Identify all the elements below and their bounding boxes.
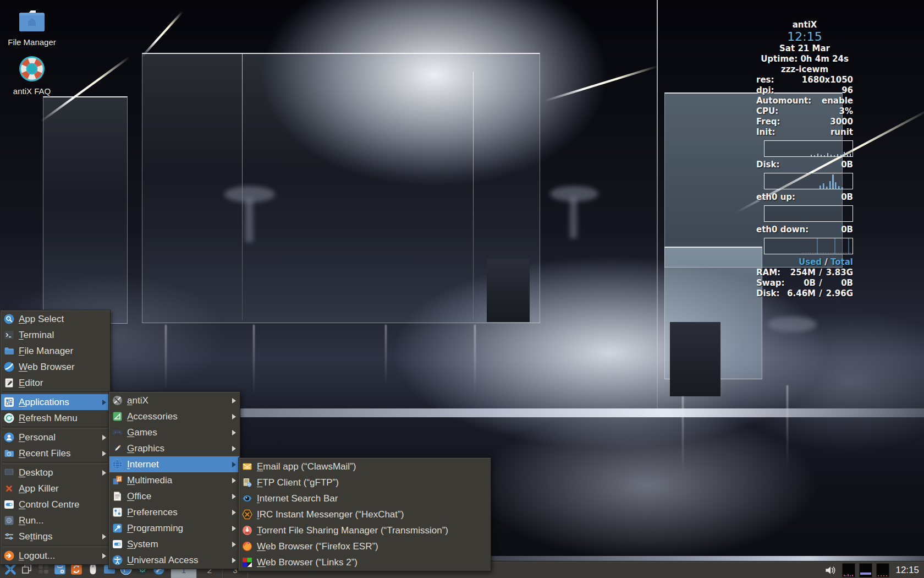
desktop-icon-file-manager[interactable]: File Manager [7,9,57,47]
menu-item-web-browser-firefox-esr[interactable]: Web Browser (“Firefox ESR”) [239,538,490,554]
desktop-monitor-icon [4,467,14,478]
submenu-arrow-icon [102,451,106,456]
menu-item-antix[interactable]: antiX [109,392,239,408]
wallpaper-stool [245,198,253,242]
system-toggle-icon [112,539,123,549]
submenu-arrow-icon [232,510,236,515]
menu-item-terminal[interactable]: Terminal [1,327,109,343]
file-manager-folder-icon [18,9,46,35]
graphics-icon [112,443,123,454]
windows-icon [20,563,34,577]
menu-item-office[interactable]: Office [109,488,239,504]
conky-wm: zzz-icewm [756,64,853,75]
wallpaper-reflection [385,325,387,385]
wallpaper-pedestal [670,322,721,396]
file-manager-icon [4,346,14,356]
disk-io-graph [764,173,853,189]
menu-item-universal-access[interactable]: Universal Access [109,552,239,568]
menu-icon [4,563,17,577]
package-icon [53,563,67,577]
conky-usage-row-swap: Swap:0B/0B [756,278,853,288]
ftp-gftp-icon [242,477,252,488]
eth0-up-graph [764,205,853,222]
desktop-icon-label: antiX FAQ [13,86,51,96]
wallpaper-divider [657,0,658,410]
editor-icon [4,378,14,388]
universal-access-icon [112,555,123,565]
menu-separator [2,545,108,547]
mouse-icon [86,563,100,577]
menu-item-irc-instant-messenger-hexchat[interactable]: IRC Instant Messenger (“HexChat”) [239,506,490,522]
wallpaper-glass-panel [142,53,540,323]
menu-item-accessories[interactable]: Accessories [109,408,239,424]
conky-eth0-up-row: eth0 up:0B [756,192,853,203]
desktop: File Manager antiX FAQ antiX 12:15 Sat 2… [0,0,924,578]
terminal-icon [4,330,14,340]
conky-system-monitor: antiX 12:15 Sat 21 Mar Uptime: 0h 4m 24s… [756,20,853,299]
internet-submenu: Email app (“ClawsMail”) FTP Client (“gFT… [238,457,491,571]
cpu-history-graph [764,140,853,157]
preferences-icon [112,507,123,517]
personal-icon [4,432,14,443]
conky-clock: 12:15 [756,30,853,43]
menu-item-refresh-menu[interactable]: Refresh Menu [1,410,109,426]
conky-stat-row-freq: Freq:3000 [756,117,853,127]
wallpaper-stool [767,317,817,332]
menu-item-logout[interactable]: Logout... [1,548,109,564]
search-eye-icon [242,493,252,504]
conky-date: Sat 21 Mar [756,43,853,54]
desktop-icon-antix-faq[interactable]: antiX FAQ [7,56,57,96]
conky-stats: res:1680x1050dpi:96Automount:enableCPU:3… [756,75,853,138]
volume-icon[interactable] [824,565,838,576]
menu-item-settings[interactable]: Settings [1,528,109,544]
conky-usage-header: Used / Total [756,257,853,268]
menu-item-torrent-file-sharing-manager-transmission[interactable]: Torrent File Sharing Manager (“Transmiss… [239,522,490,538]
wallpaper-pedestal [487,259,530,322]
menu-item-graphics[interactable]: Graphics [109,440,239,456]
wallpaper-reflection [787,385,788,468]
menu-item-preferences[interactable]: Preferences [109,504,239,520]
menu-item-games[interactable]: Games [109,424,239,440]
eth0-down-graph [764,238,853,254]
submenu-arrow-icon [102,400,106,405]
menu-item-web-browser-links-2[interactable]: Web Browser (“Links 2”) [239,554,490,570]
irc-hexchat-icon [242,509,252,520]
menu-item-app-killer[interactable]: App Killer [1,481,109,497]
menu-item-editor[interactable]: Editor [1,375,109,391]
submenu-arrow-icon [232,494,236,499]
app-killer-icon [4,483,14,494]
menu-item-control-centre[interactable]: Control Centre [1,497,109,512]
menu-item-applications[interactable]: Applications [1,394,109,410]
menu-item-system[interactable]: System [109,536,239,552]
menu-item-programming[interactable]: Programming [109,520,239,536]
conky-usage-row-ram: RAM:254M/3.83G [756,268,853,278]
menu-item-personal[interactable]: Personal [1,429,109,445]
conky-disk-row: Disk:0B [756,160,853,170]
menu-item-multimedia[interactable]: Multimedia [109,472,239,488]
menu-item-internet-search-bar[interactable]: Internet Search Bar [239,490,490,506]
menu-item-file-manager[interactable]: File Manager [1,343,109,359]
conky-stat-row-init: Init:runit [756,127,853,138]
submenu-arrow-icon [232,542,236,547]
wallpaper-glass-panel [43,96,128,324]
network-monitor-applet [876,563,889,577]
menu-item-run[interactable]: Run... [1,512,109,528]
menu-item-recent-files[interactable]: Recent Files [1,445,109,461]
submenu-arrow-icon [232,478,236,483]
conky-uptime: Uptime: 0h 4m 24s [756,54,853,64]
menu-item-ftp-client-gftp[interactable]: FTP Client (“gFTP”) [239,475,490,490]
games-icon [112,427,123,438]
menu-item-desktop[interactable]: Desktop [1,465,109,481]
menu-separator [2,391,108,394]
conky-usage-row-disk: Disk:6.46M/2.96G [756,288,853,299]
menu-item-email-app-clawsmail[interactable]: Email app (“ClawsMail”) [239,459,490,475]
memory-monitor-applet [859,563,872,577]
menu-item-internet[interactable]: Internet [109,456,239,472]
cpu-monitor-applet [842,563,855,577]
multimedia-icon [112,475,123,486]
wallpaper-light-rod [141,11,184,57]
submenu-arrow-icon [102,435,106,440]
menu-item-web-browser[interactable]: Web Browser [1,359,109,375]
menu-item-app-select[interactable]: App Select [1,311,109,327]
applications-submenu: antiX Accessories Games Graphics Interne… [108,391,240,569]
